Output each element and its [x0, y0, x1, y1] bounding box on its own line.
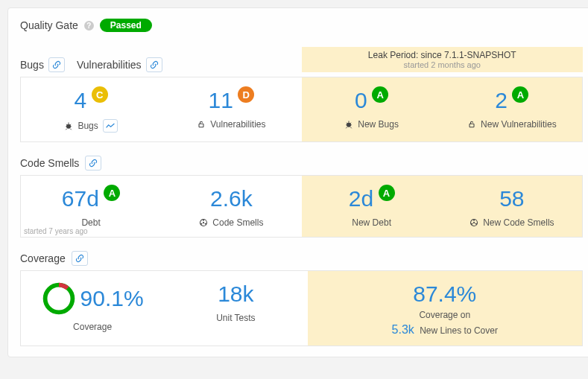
quality-gate-label: Quality Gate [20, 19, 78, 31]
coverage-cell[interactable]: 90.1% Coverage [21, 271, 164, 345]
debt-rating-badge: A [104, 185, 120, 201]
quality-overview-panel: Quality Gate ? Passed Bugs Vulnerabiliti… [7, 7, 588, 357]
help-icon[interactable]: ? [84, 21, 94, 31]
lock-open-icon [467, 120, 476, 129]
coverage-label: Coverage [73, 322, 112, 332]
lock-open-icon [197, 120, 206, 129]
reliability-row: 4 C Bugs 11 D Vulnerabilities 0 A [20, 77, 583, 142]
svg-rect-1 [199, 124, 203, 127]
new-vulnerabilities-rating-badge: A [512, 86, 528, 103]
new-bugs-value: 0 [355, 88, 367, 113]
new-bugs-cell[interactable]: 0 A New Bugs [302, 77, 442, 141]
quality-gate-status-badge: Passed [100, 19, 152, 32]
new-coverage-cell[interactable]: 87.4% Coverage on 5.3k New Lines to Cove… [308, 271, 583, 345]
quality-gate-header: Quality Gate ? Passed [20, 19, 583, 32]
new-lines-value: 5.3k [392, 323, 414, 336]
bug-icon [64, 121, 73, 130]
unit-tests-cell[interactable]: 18k Unit Tests [164, 271, 307, 345]
vulnerabilities-cell[interactable]: 11 D Vulnerabilities [161, 77, 301, 141]
unit-tests-label: Unit Tests [216, 313, 255, 323]
leak-period-line2: started 2 months ago [302, 60, 584, 69]
unit-tests-value: 18k [218, 281, 253, 307]
new-vulnerabilities-label: New Vulnerabilities [481, 119, 557, 130]
coverage-header-label: Coverage [20, 252, 66, 264]
leak-period-line1: Leak Period: since 7.1.1-SNAPSHOT [302, 50, 584, 60]
new-bugs-label: New Bugs [358, 119, 399, 130]
new-coverage-label2: New Lines to Cover [420, 325, 498, 336]
new-bugs-rating-badge: A [372, 86, 388, 103]
new-vulnerabilities-value: 2 [495, 88, 508, 113]
new-code-smells-cell[interactable]: 58 New Code Smells [442, 176, 582, 237]
vulnerabilities-value: 11 [208, 88, 233, 113]
svg-point-7 [473, 222, 475, 223]
coverage-header: Coverage [20, 251, 583, 266]
svg-point-8 [45, 285, 72, 313]
bugs-cell[interactable]: 4 C Bugs [21, 77, 161, 141]
new-debt-cell[interactable]: 2d A New Debt [302, 176, 442, 237]
new-debt-value: 2d [349, 186, 373, 211]
new-vulnerabilities-cell[interactable]: 2 A New Vulnerabilities [442, 77, 582, 141]
bugs-rating-badge: C [92, 86, 108, 103]
chart-icon[interactable] [103, 119, 118, 133]
link-icon[interactable] [48, 57, 65, 72]
vulnerabilities-rating-badge: D [238, 86, 254, 103]
link-icon[interactable] [72, 251, 88, 266]
link-icon[interactable] [85, 156, 101, 171]
debt-label: Debt [81, 217, 100, 228]
debt-value: 67d [62, 186, 99, 211]
leak-period-header: Leak Period: since 7.1.1-SNAPSHOT starte… [302, 47, 584, 72]
new-coverage-label1: Coverage on [419, 310, 470, 320]
reliability-header: Bugs Vulnerabilities [20, 57, 162, 72]
new-debt-label: New Debt [352, 217, 391, 228]
code-smell-icon [199, 218, 208, 227]
bugs-value: 4 [75, 88, 87, 113]
coverage-row: 90.1% Coverage 18k Unit Tests 87.4% Cove… [20, 270, 583, 346]
code-smells-label: Code Smells [212, 217, 263, 228]
coverage-donut-icon [42, 281, 76, 316]
new-coverage-value: 87.4% [413, 281, 476, 307]
vulnerabilities-label: Vulnerabilities [210, 119, 265, 130]
coverage-value: 90.1% [80, 286, 144, 311]
code-smells-header: Code Smells [20, 156, 583, 171]
link-icon[interactable] [146, 57, 162, 72]
bugs-header-label: Bugs [20, 59, 44, 71]
vulnerabilities-header-label: Vulnerabilities [77, 59, 142, 71]
debt-cell[interactable]: 67d A Debt started 7 years ago [21, 176, 161, 237]
code-smells-header-label: Code Smells [20, 157, 79, 169]
code-smells-value: 2.6k [210, 186, 253, 211]
svg-rect-3 [470, 124, 474, 127]
bugs-label: Bugs [78, 121, 98, 131]
code-smell-icon [470, 218, 478, 227]
bug-icon [344, 120, 353, 129]
maintainability-row: 67d A Debt started 7 years ago 2.6k Code… [20, 175, 583, 238]
code-smells-cell[interactable]: 2.6k Code Smells [161, 176, 301, 237]
started-note: started 7 years ago [24, 227, 88, 235]
svg-point-5 [203, 222, 204, 223]
new-code-smells-value: 58 [499, 186, 524, 211]
new-code-smells-label: New Code Smells [483, 217, 554, 228]
new-debt-rating-badge: A [379, 185, 395, 201]
